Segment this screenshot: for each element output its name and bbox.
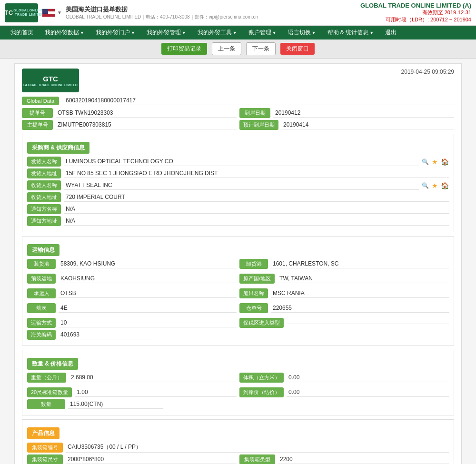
container-no-row: 集装箱编号 CAIU3506735（00 / L / PP）: [27, 442, 449, 453]
validity-date: 有效期至 2019-12-31: [360, 9, 471, 16]
flag-icon: [42, 9, 55, 17]
consignee-home-icon[interactable]: 🏠: [441, 182, 449, 189]
subtitle: GLOBAL TRADE ONLINE LIMITED｜电话：400-710-3…: [66, 14, 258, 20]
nav-foreign-portal[interactable]: 我的外贸门户 ▼: [90, 26, 141, 39]
nav-arrow-5: ▼: [272, 30, 277, 35]
shipper-star-icon[interactable]: ★: [432, 158, 438, 166]
origin-country-value: TW, TAIWAN: [278, 274, 449, 283]
bill-ref-label: 仓单号: [239, 303, 268, 313]
declared-price-label: 到岸价（结价）: [239, 387, 284, 397]
customs-code-row: 海关编码 401693: [27, 330, 449, 340]
volume-row: 体积（立方米） 0.00: [239, 373, 449, 383]
voyage-value: 4E: [59, 304, 237, 313]
nav-language[interactable]: 语言切换 ▼: [282, 26, 322, 39]
logo-area: GTC GLOBAL TRADE ONLINE LIMITED ▼ 美国海关进口…: [5, 3, 258, 22]
bonded-row: 保税区进入类型: [239, 318, 449, 328]
transport-section: 运输信息 装货港 58309, KAO HSIUNG 卸货港 1601, CHA…: [22, 236, 454, 346]
vessel-row: 船只名称 MSC RANIA: [239, 288, 449, 298]
declared-price-row: 到岸价（结价） 0.00: [239, 387, 449, 397]
customs-code-label: 海关编码: [27, 330, 56, 340]
bill-ref-row: 仓单号 220655: [239, 303, 449, 313]
nav-trade-data[interactable]: 我的外贸数据 ▼: [39, 26, 90, 39]
shipper-addr-label: 发货人地址: [27, 168, 61, 178]
nav-home[interactable]: 我的首页: [5, 26, 39, 39]
main-content: GTC GLOBAL TRADE ONLINE LIMITED 2019-04-…: [0, 59, 476, 464]
account-info: GLOBAL TRADE ONLINE LIMITED (A) 有效期至 201…: [360, 2, 471, 23]
prev-button[interactable]: 上一条: [212, 42, 241, 55]
shipper-name-label: 发货人名称: [27, 157, 61, 167]
nav-tools[interactable]: 我的外贸工具 ▼: [192, 26, 243, 39]
quantity-section-title: 数量 & 价格信息: [27, 358, 78, 370]
consignee-name-label: 收货人名称: [27, 180, 61, 190]
est-arrival-value: 20190414: [281, 120, 454, 129]
quantity-row: 数量 115.00(CTN): [27, 399, 449, 409]
container20-label: 20尺标准箱数量: [27, 387, 72, 397]
nav-foreign-mgmt[interactable]: 我的外贸管理 ▼: [141, 26, 192, 39]
customs-code-value: 401693: [59, 330, 154, 339]
global-data-row: Global Data 6003201904180000017417: [22, 96, 454, 105]
nav-arrow-6: ▼: [312, 30, 316, 35]
shipper-home-icon[interactable]: 🏠: [441, 158, 449, 166]
notify-addr-value: N/A: [64, 217, 449, 226]
shipper-search-icon[interactable]: 🔍: [422, 158, 429, 165]
carrier-row: 承运人 OTSB: [27, 288, 237, 298]
pre-loading-row: 预装运地 KAOHSIUNG: [27, 274, 237, 284]
global-data-value: 6003201904180000017417: [63, 96, 454, 105]
container-size-label: 集装箱尺寸: [27, 454, 63, 464]
top-header: GTC GLOBAL TRADE ONLINE LIMITED ▼ 美国海关进口…: [0, 0, 476, 26]
master-bill-label: 主提单号: [22, 120, 53, 130]
unloading-port-label: 卸货港: [239, 259, 268, 269]
unloading-port-row: 卸货港 1601, CHARLESTON, SC: [239, 259, 449, 269]
notify-name-value: N/A: [64, 205, 449, 214]
consignee-search-icon[interactable]: 🔍: [422, 182, 429, 189]
container-no-label: 集装箱编号: [27, 443, 63, 453]
print-button[interactable]: 打印贸易记录: [161, 43, 207, 55]
nav-arrow-2: ▼: [131, 30, 135, 35]
container20-value: 1.00: [75, 388, 237, 397]
nav-arrow-4: ▼: [233, 30, 237, 35]
bonded-value: [287, 322, 449, 324]
nav-title-area: 美国海关进口提单数据 GLOBAL TRADE ONLINE LIMITED｜电…: [66, 5, 258, 20]
notify-name-row: 通知方名称 N/A: [27, 204, 449, 214]
bill-no-label: 提单号: [22, 108, 53, 118]
shipper-addr-value: 15F NO 85 SEC 1 JHONGSIAO E RD JHONGJHEN…: [64, 169, 449, 178]
bill-no-field: 提单号 OTSB TWN19023303: [22, 108, 237, 118]
bill-no-value: OTSB TWN19023303: [56, 109, 237, 118]
bonded-label: 保税区进入类型: [239, 318, 284, 328]
master-bill-field: 主提单号 ZIMUTPE007303815: [22, 120, 237, 130]
ldr-info: 可用时段（LDR）: 200712 ~ 201904: [360, 16, 471, 23]
shipper-name-value: LUMINOUS OPTICAL TECHNOLOGY CO: [64, 157, 419, 166]
container-type-value: 2200: [278, 455, 449, 464]
nav-help[interactable]: 帮助 & 统计信息 ▼: [322, 26, 380, 39]
est-arrival-label: 预计到岸日期: [239, 120, 278, 130]
shipper-name-row: 发货人名称 LUMINOUS OPTICAL TECHNOLOGY CO 🔍 ★…: [27, 157, 449, 167]
nav-logout[interactable]: 退出: [379, 26, 402, 39]
close-button[interactable]: 关闭窗口: [280, 43, 315, 55]
quantity-value: 115.00(CTN): [68, 400, 163, 409]
declared-price-value: 0.00: [287, 388, 449, 397]
volume-label: 体积（立方米）: [239, 373, 284, 383]
loading-port-row: 装货港 58309, KAO HSIUNG: [27, 259, 237, 269]
consignee-addr-value: 720 IMPERIAL COURT: [64, 193, 449, 202]
arrival-date-label: 到岸日期: [239, 108, 270, 118]
shipper-section: 采购商 & 供应商信息 发货人名称 LUMINOUS OPTICAL TECHN…: [22, 134, 454, 232]
next-button[interactable]: 下一条: [246, 42, 276, 55]
notify-addr-label: 通知方地址: [27, 216, 61, 226]
logo: GTC GLOBAL TRADE ONLINE LIMITED: [5, 3, 38, 22]
product-grid: 集装箱尺寸 2000*806*800 集装箱类型 2200 数量 115.00 …: [27, 454, 449, 464]
loading-port-label: 装货港: [27, 259, 56, 269]
document-card: GTC GLOBAL TRADE ONLINE LIMITED 2019-04-…: [14, 63, 462, 464]
origin-country-label: 原产国/地区: [239, 274, 275, 284]
arrival-date-field: 到岸日期 20190412: [239, 108, 454, 118]
weight-label: 重量（公斤）: [27, 373, 66, 383]
nav-account[interactable]: 账户管理 ▼: [243, 26, 282, 39]
card-datetime: 2019-04-25 09:05:29: [401, 69, 454, 75]
card-header: GTC GLOBAL TRADE ONLINE LIMITED 2019-04-…: [22, 69, 454, 92]
consignee-star-icon[interactable]: ★: [432, 182, 438, 189]
master-bill-value: ZIMUTPE007303815: [56, 120, 237, 129]
voyage-label: 航次: [27, 303, 56, 313]
flag-dropdown-arrow[interactable]: ▼: [57, 10, 62, 15]
pre-loading-label: 预装运地: [27, 274, 56, 284]
product-section-title: 产品信息: [27, 427, 60, 439]
weight-row: 重量（公斤） 2,689.00: [27, 373, 237, 383]
